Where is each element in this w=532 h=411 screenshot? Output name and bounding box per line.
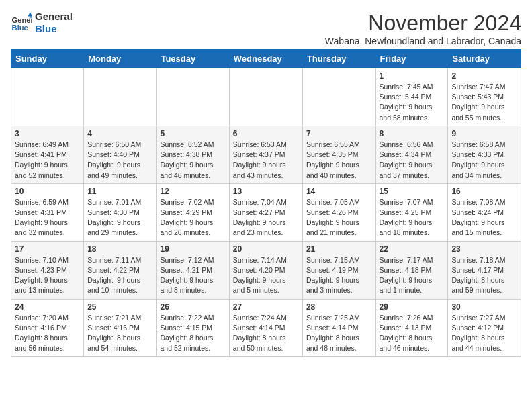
day-number: 24: [15, 302, 80, 312]
month-title: November 2024: [325, 11, 521, 36]
logo: General Blue General Blue: [11, 11, 73, 35]
title-block: November 2024 Wabana, Newfoundland and L…: [325, 11, 521, 46]
day-number: 17: [15, 244, 80, 254]
calendar-day-cell: 9Sunrise: 6:58 AM Sunset: 4:33 PM Daylig…: [448, 126, 521, 183]
day-info: Sunrise: 7:04 AM Sunset: 4:27 PM Dayligh…: [233, 197, 299, 238]
day-info: Sunrise: 6:50 AM Sunset: 4:40 PM Dayligh…: [87, 140, 152, 181]
calendar-body: 1Sunrise: 7:45 AM Sunset: 5:44 PM Daylig…: [11, 68, 521, 357]
calendar-table: SundayMondayTuesdayWednesdayThursdayFrid…: [11, 49, 521, 357]
day-info: Sunrise: 7:08 AM Sunset: 4:24 PM Dayligh…: [451, 197, 517, 238]
calendar-day-cell: [229, 68, 302, 126]
calendar-day-cell: 1Sunrise: 7:45 AM Sunset: 5:44 PM Daylig…: [375, 68, 448, 126]
logo-line2: Blue: [35, 23, 73, 35]
calendar-day-cell: 2Sunrise: 7:47 AM Sunset: 5:43 PM Daylig…: [448, 68, 521, 126]
day-info: Sunrise: 6:59 AM Sunset: 4:31 PM Dayligh…: [15, 197, 80, 238]
day-number: 2: [451, 71, 517, 81]
calendar-day-cell: [157, 68, 229, 126]
calendar-day-cell: [11, 68, 84, 126]
calendar-day-cell: 3Sunrise: 6:49 AM Sunset: 4:41 PM Daylig…: [11, 126, 84, 183]
calendar-day-cell: 7Sunrise: 6:55 AM Sunset: 4:35 PM Daylig…: [302, 126, 375, 183]
day-info: Sunrise: 6:56 AM Sunset: 4:34 PM Dayligh…: [380, 140, 445, 181]
calendar-day-cell: 28Sunrise: 7:25 AM Sunset: 4:14 PM Dayli…: [302, 299, 375, 357]
day-info: Sunrise: 7:20 AM Sunset: 4:16 PM Dayligh…: [15, 313, 80, 354]
day-number: 27: [233, 302, 299, 312]
day-number: 8: [380, 129, 445, 138]
calendar-day-cell: [302, 68, 375, 126]
calendar-week-row: 17Sunrise: 7:10 AM Sunset: 4:23 PM Dayli…: [11, 241, 521, 299]
day-info: Sunrise: 7:45 AM Sunset: 5:44 PM Dayligh…: [380, 82, 445, 123]
day-number: 9: [451, 129, 517, 138]
calendar-week-row: 1Sunrise: 7:45 AM Sunset: 5:44 PM Daylig…: [11, 68, 521, 126]
calendar-day-cell: 19Sunrise: 7:12 AM Sunset: 4:21 PM Dayli…: [157, 241, 229, 299]
day-number: 23: [451, 244, 517, 254]
page-header: General Blue General Blue November 2024 …: [11, 11, 521, 46]
calendar-day-cell: 8Sunrise: 6:56 AM Sunset: 4:34 PM Daylig…: [375, 126, 448, 183]
calendar-day-cell: 24Sunrise: 7:20 AM Sunset: 4:16 PM Dayli…: [11, 299, 84, 357]
calendar-day-cell: 23Sunrise: 7:18 AM Sunset: 4:17 PM Dayli…: [448, 241, 521, 299]
calendar-day-cell: 16Sunrise: 7:08 AM Sunset: 4:24 PM Dayli…: [448, 183, 521, 241]
day-number: 30: [451, 302, 517, 312]
day-info: Sunrise: 7:02 AM Sunset: 4:29 PM Dayligh…: [160, 197, 225, 238]
day-number: 18: [87, 244, 152, 254]
calendar-day-cell: 22Sunrise: 7:17 AM Sunset: 4:18 PM Dayli…: [375, 241, 448, 299]
svg-text:General: General: [12, 16, 32, 24]
day-info: Sunrise: 7:47 AM Sunset: 5:43 PM Dayligh…: [451, 82, 517, 123]
day-info: Sunrise: 7:10 AM Sunset: 4:23 PM Dayligh…: [15, 255, 80, 296]
calendar-day-cell: 13Sunrise: 7:04 AM Sunset: 4:27 PM Dayli…: [229, 183, 302, 241]
calendar-day-cell: 26Sunrise: 7:22 AM Sunset: 4:15 PM Dayli…: [157, 299, 229, 357]
day-number: 11: [87, 187, 152, 196]
day-info: Sunrise: 7:24 AM Sunset: 4:14 PM Dayligh…: [233, 313, 299, 354]
calendar-day-cell: 4Sunrise: 6:50 AM Sunset: 4:40 PM Daylig…: [84, 126, 157, 183]
day-of-week-header: SundayMondayTuesdayWednesdayThursdayFrid…: [11, 50, 521, 68]
day-info: Sunrise: 7:18 AM Sunset: 4:17 PM Dayligh…: [451, 255, 517, 296]
calendar-day-cell: 6Sunrise: 6:53 AM Sunset: 4:37 PM Daylig…: [229, 126, 302, 183]
dow-cell: Saturday: [448, 50, 521, 68]
calendar-day-cell: 29Sunrise: 7:26 AM Sunset: 4:13 PM Dayli…: [375, 299, 448, 357]
day-number: 25: [87, 302, 152, 312]
day-number: 12: [160, 187, 225, 196]
day-number: 13: [233, 187, 299, 196]
day-number: 10: [15, 187, 80, 196]
day-info: Sunrise: 7:25 AM Sunset: 4:14 PM Dayligh…: [306, 313, 372, 354]
day-number: 21: [306, 244, 372, 254]
dow-cell: Tuesday: [157, 50, 229, 68]
logo-line1: General: [35, 11, 73, 23]
day-number: 15: [380, 187, 445, 196]
day-info: Sunrise: 6:52 AM Sunset: 4:38 PM Dayligh…: [160, 140, 225, 181]
day-info: Sunrise: 7:12 AM Sunset: 4:21 PM Dayligh…: [160, 255, 225, 296]
day-info: Sunrise: 7:21 AM Sunset: 4:16 PM Dayligh…: [87, 313, 152, 354]
day-info: Sunrise: 7:11 AM Sunset: 4:22 PM Dayligh…: [87, 255, 152, 296]
day-info: Sunrise: 7:14 AM Sunset: 4:20 PM Dayligh…: [233, 255, 299, 296]
day-info: Sunrise: 7:26 AM Sunset: 4:13 PM Dayligh…: [380, 313, 445, 354]
calendar-day-cell: 18Sunrise: 7:11 AM Sunset: 4:22 PM Dayli…: [84, 241, 157, 299]
calendar-day-cell: [84, 68, 157, 126]
day-number: 19: [160, 244, 225, 254]
day-number: 29: [380, 302, 445, 312]
day-number: 20: [233, 244, 299, 254]
day-info: Sunrise: 6:58 AM Sunset: 4:33 PM Dayligh…: [451, 140, 517, 181]
calendar-day-cell: 25Sunrise: 7:21 AM Sunset: 4:16 PM Dayli…: [84, 299, 157, 357]
calendar-day-cell: 17Sunrise: 7:10 AM Sunset: 4:23 PM Dayli…: [11, 241, 84, 299]
dow-cell: Friday: [375, 50, 448, 68]
day-info: Sunrise: 6:49 AM Sunset: 4:41 PM Dayligh…: [15, 140, 80, 181]
day-number: 4: [87, 129, 152, 138]
day-number: 22: [380, 244, 445, 254]
day-number: 16: [451, 187, 517, 196]
location-title: Wabana, Newfoundland and Labrador, Canad…: [325, 36, 521, 46]
day-info: Sunrise: 6:53 AM Sunset: 4:37 PM Dayligh…: [233, 140, 299, 181]
dow-cell: Sunday: [11, 50, 84, 68]
day-number: 6: [233, 129, 299, 138]
day-info: Sunrise: 7:15 AM Sunset: 4:19 PM Dayligh…: [306, 255, 372, 296]
day-number: 5: [160, 129, 225, 138]
day-number: 3: [15, 129, 80, 138]
calendar-day-cell: 20Sunrise: 7:14 AM Sunset: 4:20 PM Dayli…: [229, 241, 302, 299]
calendar-week-row: 10Sunrise: 6:59 AM Sunset: 4:31 PM Dayli…: [11, 183, 521, 241]
day-info: Sunrise: 7:22 AM Sunset: 4:15 PM Dayligh…: [160, 313, 225, 354]
calendar-day-cell: 10Sunrise: 6:59 AM Sunset: 4:31 PM Dayli…: [11, 183, 84, 241]
calendar-day-cell: 12Sunrise: 7:02 AM Sunset: 4:29 PM Dayli…: [157, 183, 229, 241]
dow-cell: Thursday: [302, 50, 375, 68]
day-number: 28: [306, 302, 372, 312]
calendar-day-cell: 5Sunrise: 6:52 AM Sunset: 4:38 PM Daylig…: [157, 126, 229, 183]
day-number: 26: [160, 302, 225, 312]
day-info: Sunrise: 7:01 AM Sunset: 4:30 PM Dayligh…: [87, 197, 152, 238]
